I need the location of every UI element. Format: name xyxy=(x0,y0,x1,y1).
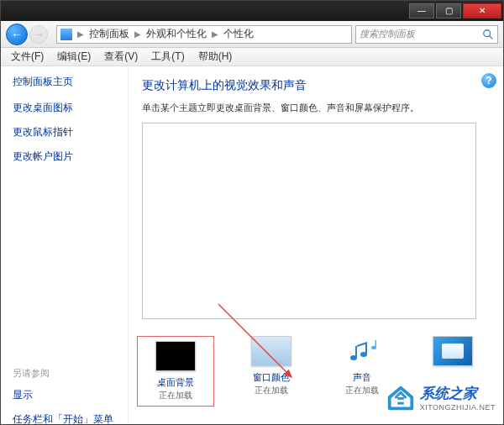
svg-point-0 xyxy=(484,29,491,36)
svg-rect-9 xyxy=(397,402,404,405)
watermark-icon xyxy=(385,381,417,413)
chevron-right-icon: ▶ xyxy=(133,29,143,39)
menu-file[interactable]: 文件(F) xyxy=(4,48,50,66)
minimize-button[interactable]: — xyxy=(409,3,434,18)
search-placeholder: 搜索控制面板 xyxy=(360,28,415,40)
svg-line-1 xyxy=(490,35,493,39)
setting-window-color[interactable]: 窗口颜色 正在加载 xyxy=(238,336,305,396)
menu-tools[interactable]: 工具(T) xyxy=(144,48,191,66)
chevron-right-icon: ▶ xyxy=(210,29,220,39)
close-button[interactable]: ✕ xyxy=(463,3,501,18)
menu-edit[interactable]: 编辑(E) xyxy=(50,48,97,66)
sidebar-link-account-picture[interactable]: 更改帐户图片 xyxy=(13,150,116,164)
arrow-left-icon: ← xyxy=(11,28,23,41)
sidebar-link-taskbar[interactable]: 任务栏和「开始」菜单 xyxy=(13,412,116,425)
sidebar-see-also-heading: 另请参阅 xyxy=(13,367,116,380)
nav-arrows: ← → xyxy=(1,24,53,45)
themes-panel[interactable] xyxy=(142,123,476,319)
screensaver-thumb xyxy=(433,336,473,366)
chevron-right-icon: ▶ xyxy=(76,29,86,39)
crumb-control-panel[interactable]: 控制面板 xyxy=(86,27,133,41)
setting-desktop-background[interactable]: 桌面背景 正在加载 xyxy=(137,336,214,407)
body: 控制面板主页 更改桌面图标 更改鼠标指针 更改帐户图片 另请参阅 显示 任务栏和… xyxy=(1,66,503,424)
page-subtitle: 单击某个主题立即更改桌面背景、窗口颜色、声音和屏幕保护程序。 xyxy=(142,102,488,114)
window-color-thumb xyxy=(251,336,291,366)
menu-bar: 文件(F) 编辑(E) 查看(V) 工具(T) 帮助(H) xyxy=(1,48,503,66)
arrow-right-icon: → xyxy=(33,28,45,41)
sidebar: 控制面板主页 更改桌面图标 更改鼠标指针 更改帐户图片 另请参阅 显示 任务栏和… xyxy=(1,66,129,424)
breadcrumb[interactable]: ▶ 控制面板 ▶ 外观和个性化 ▶ 个性化 xyxy=(56,25,352,44)
sidebar-link-mouse-pointer[interactable]: 更改鼠标指针 xyxy=(13,125,116,139)
setting-screensaver[interactable] xyxy=(419,336,486,371)
page-title: 更改计算机上的视觉效果和声音 xyxy=(142,78,488,93)
forward-button[interactable]: → xyxy=(29,25,48,44)
setting-status: 正在加载 xyxy=(238,385,305,396)
help-icon[interactable]: ? xyxy=(481,73,496,88)
svg-rect-5 xyxy=(365,343,367,354)
svg-rect-7 xyxy=(375,340,377,348)
title-bar: — ▢ ✕ xyxy=(1,1,503,21)
setting-label: 窗口颜色 xyxy=(238,371,305,384)
search-icon[interactable] xyxy=(482,29,494,40)
crumb-appearance[interactable]: 外观和个性化 xyxy=(143,27,210,41)
main-content: ? 更改计算机上的视觉效果和声音 单击某个主题立即更改桌面背景、窗口颜色、声音和… xyxy=(129,66,503,424)
watermark-brand: 系统之家 xyxy=(420,384,496,403)
setting-status: 正在加载 xyxy=(142,390,209,401)
maximize-button[interactable]: ▢ xyxy=(436,3,461,18)
desktop-background-thumb xyxy=(155,341,196,371)
sidebar-link-desktop-icons[interactable]: 更改桌面图标 xyxy=(13,101,116,115)
menu-help[interactable]: 帮助(H) xyxy=(192,48,239,66)
app-window: — ▢ ✕ ← → ▶ 控制面板 ▶ 外观和个性化 ▶ 个性化 搜索控制面板 文… xyxy=(0,0,504,425)
crumb-personalization[interactable]: 个性化 xyxy=(220,27,257,41)
search-input[interactable]: 搜索控制面板 xyxy=(355,25,498,44)
sound-icon xyxy=(342,336,382,366)
control-panel-icon xyxy=(60,29,72,40)
watermark-url: XITONGZHIJIA.NET xyxy=(420,403,496,412)
svg-rect-3 xyxy=(355,346,357,358)
back-button[interactable]: ← xyxy=(6,24,28,45)
sidebar-link-display[interactable]: 显示 xyxy=(13,388,116,402)
setting-label: 桌面背景 xyxy=(142,376,209,389)
sidebar-home-link[interactable]: 控制面板主页 xyxy=(13,75,116,89)
watermark: 系统之家 XITONGZHIJIA.NET xyxy=(385,381,496,413)
menu-view[interactable]: 查看(V) xyxy=(97,48,144,66)
address-bar: ← → ▶ 控制面板 ▶ 外观和个性化 ▶ 个性化 搜索控制面板 xyxy=(1,21,503,48)
svg-rect-8 xyxy=(397,397,404,400)
